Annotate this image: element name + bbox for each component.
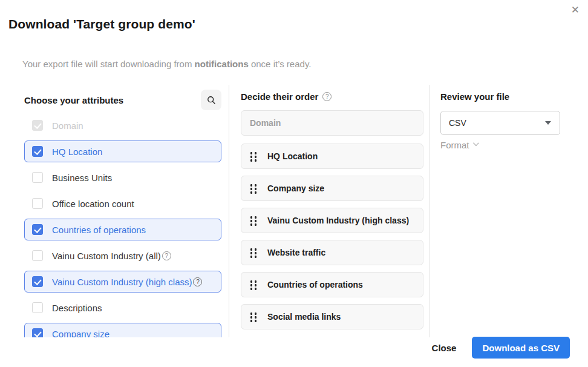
- drag-handle-icon[interactable]: [250, 248, 257, 258]
- attribute-row-business-units[interactable]: Business Units ?: [24, 167, 221, 188]
- download-modal: ✕ Download 'Target group demo' Your expo…: [0, 0, 588, 367]
- close-button[interactable]: Close: [422, 337, 466, 359]
- caret-down-icon: [545, 121, 551, 125]
- order-item-domain-fixed: Domain: [241, 110, 423, 136]
- order-panel: Decide their order ? Domain HQ Location …: [241, 88, 423, 337]
- review-header: Review your file: [440, 88, 560, 104]
- help-icon: ?: [322, 92, 332, 101]
- modal-footer: Close Download as CSV: [422, 337, 570, 359]
- order-item-label: Countries of operations: [267, 280, 363, 289]
- checkbox-icon[interactable]: [32, 146, 43, 157]
- order-header: Decide their order ?: [241, 88, 423, 104]
- order-item-website-traffic[interactable]: Website traffic: [241, 240, 423, 265]
- attribute-label: Company size: [52, 329, 109, 338]
- attributes-panel: Choose your attributes Domain ? HQ Locat…: [24, 88, 221, 337]
- order-item-label: Company size: [267, 183, 324, 193]
- drag-handle-icon[interactable]: [250, 280, 257, 290]
- format-select[interactable]: CSV: [440, 111, 560, 135]
- column-divider: [229, 85, 229, 337]
- attribute-label: Office location count: [52, 199, 134, 209]
- help-icon: ?: [193, 277, 202, 286]
- order-item-label: HQ Location: [267, 151, 318, 161]
- attribute-row-company-size[interactable]: Company size ?: [24, 323, 221, 337]
- checkbox-icon: [32, 120, 43, 131]
- modal-subtitle: Your export file will start downloading …: [22, 59, 311, 69]
- drag-handle-icon[interactable]: [250, 216, 257, 226]
- drag-handle-icon[interactable]: [250, 183, 257, 194]
- help-icon: ?: [162, 251, 171, 260]
- attributes-title: Choose your attributes: [24, 95, 123, 105]
- checkbox-icon[interactable]: [32, 172, 43, 183]
- column-divider: [430, 85, 430, 337]
- attribute-row-vainu-custom-industry-high-class[interactable]: Vainu Custom Industry (high class) ?: [24, 271, 221, 293]
- attribute-label: Vainu Custom Industry (all): [52, 251, 161, 261]
- attributes-header: Choose your attributes: [24, 88, 221, 111]
- attribute-row-office-location-count[interactable]: Office location count ?: [24, 193, 221, 214]
- attribute-label: Vainu Custom Industry (high class): [52, 277, 192, 287]
- search-button[interactable]: [201, 90, 221, 110]
- attribute-row-domain: Domain ?: [24, 114, 221, 136]
- order-item-countries-of-operations[interactable]: Countries of operations: [241, 272, 423, 297]
- attribute-list: Domain ? HQ Location ? Business Units ? …: [24, 114, 221, 337]
- attribute-label: Business Units: [52, 173, 112, 183]
- order-item-label: Social media links: [267, 312, 341, 322]
- format-select-value: CSV: [449, 118, 466, 128]
- attribute-row-descriptions[interactable]: Descriptions ?: [24, 297, 221, 319]
- search-icon: [207, 96, 216, 105]
- subtitle-text: once it’s ready.: [249, 59, 312, 69]
- review-title: Review your file: [440, 91, 509, 102]
- order-title: Decide their order: [241, 91, 318, 102]
- checkbox-icon[interactable]: [32, 198, 43, 209]
- order-item-social-media-links[interactable]: Social media links: [241, 304, 423, 329]
- attribute-label: Countries of operations: [52, 225, 146, 235]
- subtitle-bold-text: notifications: [195, 59, 249, 69]
- review-panel: Review your file CSV Format: [440, 88, 560, 337]
- checkbox-icon[interactable]: [32, 224, 43, 235]
- attribute-label: Domain: [52, 121, 83, 131]
- format-label-text: Format: [440, 140, 469, 150]
- drag-handle-icon[interactable]: [250, 151, 257, 162]
- download-as-csv-button[interactable]: Download as CSV: [472, 337, 570, 359]
- attribute-row-hq-location[interactable]: HQ Location ?: [24, 141, 221, 162]
- close-icon[interactable]: ✕: [569, 2, 582, 18]
- modal-title: Download 'Target group demo': [8, 17, 195, 31]
- chevron-down-icon: [472, 140, 479, 146]
- attribute-row-vainu-custom-industry-all[interactable]: Vainu Custom Industry (all) ?: [24, 245, 221, 266]
- checkbox-icon[interactable]: [32, 276, 43, 287]
- order-item-vainu-custom-industry-high-class[interactable]: Vainu Custom Industry (high class): [241, 208, 423, 233]
- order-item-label: Website traffic: [267, 248, 325, 257]
- checkbox-icon[interactable]: [32, 250, 43, 261]
- order-item-company-size[interactable]: Company size: [241, 176, 423, 201]
- order-item-label: Domain: [250, 118, 281, 128]
- attribute-row-countries-of-operations[interactable]: Countries of operations ?: [24, 219, 221, 240]
- order-item-label: Vainu Custom Industry (high class): [267, 216, 409, 225]
- attribute-label: Descriptions: [52, 303, 102, 313]
- format-label[interactable]: Format: [440, 140, 560, 150]
- attribute-label: HQ Location: [52, 147, 102, 157]
- checkbox-icon[interactable]: [32, 302, 43, 313]
- drag-handle-icon[interactable]: [250, 312, 257, 322]
- order-item-hq-location[interactable]: HQ Location: [241, 144, 423, 169]
- checkbox-icon[interactable]: [32, 328, 43, 337]
- subtitle-text: Your export file will start downloading …: [22, 59, 195, 69]
